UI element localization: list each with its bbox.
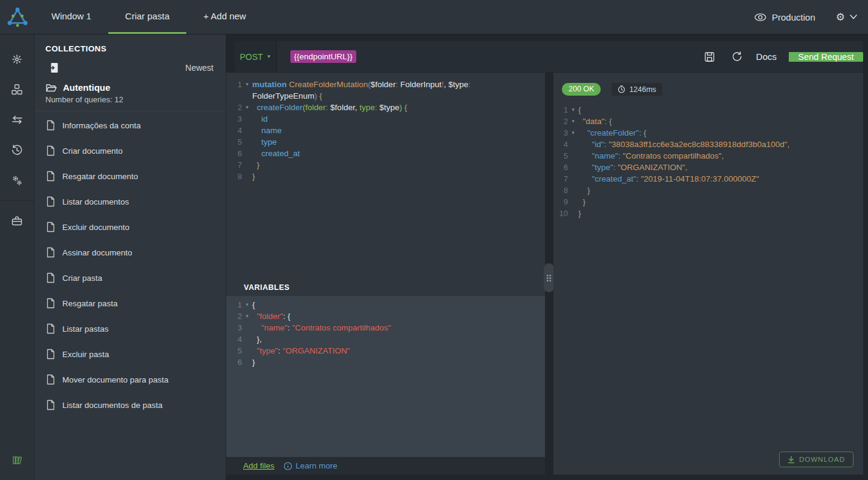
collection-query-item[interactable]: Mover documento para pasta [34, 367, 226, 392]
code-text: "created_at": "2019-11-04T18:07:37.00000… [578, 173, 759, 185]
sidebar-item-environments[interactable] [0, 206, 34, 236]
line-number: 2 [553, 116, 568, 127]
send-request-button[interactable]: Send Request [789, 52, 863, 62]
document-icon [46, 145, 55, 156]
code-line: 3 "name": "Contratos compartilhados" [226, 322, 545, 334]
grip-dots-icon [547, 275, 551, 281]
url-input[interactable]: {{endpointURL}} [277, 41, 696, 72]
collection-query-item[interactable]: Excluir pasta [34, 341, 226, 367]
collection-query-item[interactable]: Criar documento [34, 138, 226, 163]
response-meta: 200 OK 1246ms [553, 73, 863, 96]
sidebar-item-history[interactable] [0, 135, 34, 165]
environment-label: Production [772, 12, 815, 22]
code-line: 8 } [553, 185, 863, 196]
collection-query-item[interactable]: Resgatar pasta [34, 291, 226, 316]
fold-gutter [242, 171, 252, 182]
chevron-down-icon [850, 15, 857, 19]
fold-gutter [568, 162, 578, 173]
code-text: mutation CreateFolderMutation($folder: F… [252, 79, 471, 90]
query-item-label: Listar documentos de pasta [62, 401, 163, 410]
download-button[interactable]: DOWNLOAD [779, 452, 853, 467]
query-item-label: Resgatar documento [62, 172, 138, 181]
tab-add-new[interactable]: + Add new [186, 0, 263, 34]
collection-query-item[interactable]: Assinar documento [34, 240, 226, 265]
collection-query-item[interactable]: Informações da conta [34, 113, 226, 138]
line-number: 7 [553, 173, 568, 185]
line-number: 3 [226, 113, 242, 125]
code-line: 8} [226, 171, 545, 182]
line-number: 10 [553, 208, 568, 219]
method-dropdown[interactable]: POST ▼ [235, 41, 277, 72]
collection-header[interactable]: Autentique Number of queries: 12 [34, 73, 226, 111]
code-text: created_at [252, 148, 300, 159]
fold-gutter [568, 173, 578, 185]
code-line: 5 "type": "ORGANIZATION" [226, 345, 545, 357]
collection-query-item[interactable]: Listar documentos de pasta [34, 392, 226, 418]
fold-arrow-icon[interactable]: ▾ [242, 299, 252, 311]
fold-arrow-icon[interactable]: ▾ [568, 104, 578, 116]
sidebar-item-collections[interactable] [0, 74, 34, 105]
query-editor[interactable]: 1▾mutation CreateFolderMutation($folder:… [226, 73, 545, 278]
clock-icon [618, 85, 625, 93]
collection-query-item[interactable]: Resgatar documento [34, 163, 226, 189]
sidebar-item-plugins[interactable] [0, 44, 34, 74]
collection-query-item[interactable]: Listar documentos [34, 189, 226, 214]
tab-criar-pasta[interactable]: Criar pasta [108, 0, 186, 34]
line-number: 2 [226, 102, 242, 113]
learn-more-link[interactable]: Learn more [284, 461, 338, 470]
sort-newest[interactable]: Newest [185, 63, 214, 73]
response-time-chip: 1246ms [612, 83, 662, 96]
sidebar-item-subscriptions[interactable] [0, 165, 34, 196]
line-number: 5 [553, 150, 568, 162]
import-collection-icon[interactable] [49, 62, 59, 73]
collections-title: COLLECTIONS [34, 35, 226, 53]
query-item-label: Excluir pasta [62, 350, 109, 359]
code-line: 4 name [226, 125, 545, 136]
altair-logo[interactable] [0, 0, 34, 34]
code-text: "createFolder": { [578, 127, 646, 139]
collections-icon [11, 84, 23, 96]
response-body: 1▾{2▾ "data": {3▾ "createFolder": {4 "id… [553, 96, 863, 219]
fold-arrow-icon[interactable]: ▾ [242, 79, 252, 90]
fold-arrow-icon[interactable]: ▾ [242, 102, 252, 113]
add-files-link[interactable]: Add files [243, 461, 275, 470]
code-line: 6} [226, 357, 545, 368]
sidebar-item-library[interactable] [0, 445, 34, 475]
line-number: 4 [226, 125, 242, 136]
save-button[interactable] [696, 51, 723, 62]
code-line: 5 "name": "Contratos compartilhados", [553, 150, 863, 162]
docs-button[interactable]: Docs [751, 51, 789, 62]
fold-arrow-icon[interactable]: ▾ [242, 311, 252, 322]
settings-menu-button[interactable]: ⚙ [836, 12, 857, 22]
line-number: 6 [226, 357, 242, 368]
code-text: "folder": { [252, 311, 290, 322]
collection-query-item[interactable]: Excluir documento [34, 214, 226, 240]
gear-icon: ⚙ [836, 12, 845, 22]
code-text: } [578, 196, 586, 208]
line-number: 4 [553, 139, 568, 150]
query-item-label: Criar pasta [62, 274, 102, 283]
environment-selector[interactable]: Production [754, 12, 815, 22]
fold-arrow-icon[interactable]: ▾ [568, 127, 578, 139]
code-text: { [252, 299, 255, 311]
reload-docs-button[interactable] [723, 51, 751, 62]
code-line: 7 "created_at": "2019-11-04T18:07:37.000… [553, 173, 863, 185]
drag-handle[interactable] [544, 263, 554, 292]
query-item-label: Criar documento [62, 146, 123, 156]
query-item-label: Assinar documento [62, 248, 132, 257]
query-item-label: Resgatar pasta [62, 299, 118, 308]
collection-query-item[interactable]: Criar pasta [34, 265, 226, 291]
collection-query-item[interactable]: Listar pastas [34, 316, 226, 341]
code-text: "id": "38038a3ff1cc6e3a2ec8c88338918ddf3… [578, 139, 789, 150]
fold-arrow-icon[interactable]: ▾ [568, 116, 578, 127]
sidebar-item-pre-request[interactable] [0, 105, 34, 135]
code-line: 3▾ "createFolder": { [553, 127, 863, 139]
tab-window-1[interactable]: Window 1 [34, 0, 108, 34]
code-line: 2▾ "data": { [553, 116, 863, 127]
fold-gutter [242, 357, 252, 368]
variables-editor[interactable]: 1▾{2▾ "folder": {3 "name": "Contratos co… [226, 296, 545, 457]
main-area: POST ▼ {{endpointURL}} [226, 35, 868, 480]
code-line: 7 } [226, 159, 545, 171]
code-line: FolderTypeEnum) { [226, 90, 545, 102]
code-text: createFolder(folder: $folder, type: $typ… [252, 102, 407, 113]
